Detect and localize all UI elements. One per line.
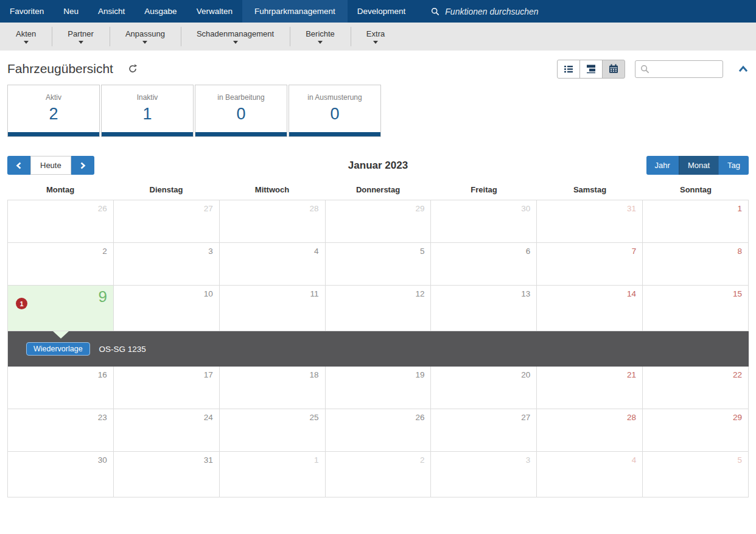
calendar-day[interactable]: 1: [220, 452, 326, 497]
calendar-day[interactable]: 8: [643, 243, 749, 286]
calendar-day[interactable]: 23: [8, 409, 114, 452]
today-button[interactable]: Heute: [30, 156, 71, 175]
calendar-day[interactable]: 27: [431, 409, 537, 452]
menu-item-extra[interactable]: Extra: [351, 23, 401, 51]
calendar-day[interactable]: 30: [431, 200, 537, 243]
top-nav-item-ausgabe[interactable]: Ausgabe: [135, 0, 186, 23]
weekday-header: MontagDienstagMittwochDonnerstagFreitagS…: [7, 182, 749, 200]
day-number: 30: [98, 455, 107, 465]
weekday-label-freitag: Freitag: [431, 185, 537, 194]
calendar-day[interactable]: 28: [220, 200, 326, 243]
calendar-day[interactable]: 1: [643, 200, 749, 243]
calendar-day[interactable]: 30: [8, 452, 114, 497]
day-number: 6: [526, 247, 531, 256]
event-vehicle-plate[interactable]: OS-SG 1235: [99, 345, 146, 354]
calendar-day[interactable]: 26: [8, 200, 114, 243]
top-nav-item-development[interactable]: Development: [348, 0, 416, 23]
calendar-day[interactable]: 3: [114, 243, 220, 286]
calendar-day[interactable]: 7: [537, 243, 643, 286]
status-card-inaktiv[interactable]: Inaktiv1: [101, 85, 194, 137]
calendar-day[interactable]: 29: [326, 200, 432, 243]
filter-search-input[interactable]: [653, 65, 718, 74]
function-search-input[interactable]: [445, 7, 628, 16]
calendar-day[interactable]: 16: [8, 367, 114, 409]
day-number: 26: [98, 204, 107, 213]
collapse-panel-icon[interactable]: [738, 65, 749, 73]
calendar-day[interactable]: 6: [431, 243, 537, 286]
day-number: 27: [204, 204, 213, 213]
refresh-icon[interactable]: [128, 64, 138, 74]
top-nav-item-verwalten[interactable]: Verwalten: [187, 0, 242, 23]
calendar-day[interactable]: 17: [114, 367, 220, 409]
calendar-day[interactable]: 5: [326, 243, 432, 286]
menu-item-akten[interactable]: Akten: [0, 23, 52, 51]
calendar-week-row: 2345678: [8, 243, 749, 286]
calendar-view-tag[interactable]: Tag: [718, 156, 749, 175]
calendar-day[interactable]: 18: [220, 367, 326, 409]
menu-item-partner[interactable]: Partner: [52, 23, 110, 51]
menu-item-label: Berichte: [306, 29, 335, 38]
calendar-day[interactable]: 27: [114, 200, 220, 243]
calendar-day[interactable]: 31: [114, 452, 220, 497]
calendar-day[interactable]: 2: [8, 243, 114, 286]
top-nav-item-neu[interactable]: Neu: [54, 0, 88, 23]
calendar-view-jahr[interactable]: Jahr: [646, 156, 679, 175]
menu-item-berichte[interactable]: Berichte: [290, 23, 351, 51]
weekday-label-montag: Montag: [7, 185, 113, 194]
calendar-day[interactable]: 21: [537, 367, 643, 409]
calendar-day[interactable]: 26: [326, 409, 432, 452]
calendar-week-row: 303112345: [8, 452, 749, 497]
calendar-day[interactable]: 29: [643, 409, 749, 452]
top-nav-item-fuhrparkmanagement[interactable]: Fuhrparkmanagement: [242, 0, 348, 23]
top-nav-item-favoriten[interactable]: Favoriten: [0, 0, 54, 23]
previous-month-button[interactable]: [7, 156, 30, 175]
calendar-day[interactable]: 4: [220, 243, 326, 286]
calendar-day[interactable]: 12: [326, 286, 432, 331]
top-nav: FavoritenNeuAnsichtAusgabeVerwaltenFuhrp…: [0, 0, 756, 23]
status-card-in-bearbeitung[interactable]: in Bearbeitung0: [195, 85, 287, 137]
calendar-day[interactable]: 2: [326, 452, 432, 497]
weekday-label-mittwoch: Mittwoch: [219, 185, 325, 194]
calendar-day[interactable]: 3: [431, 452, 537, 497]
menu-item-anpassung[interactable]: Anpassung: [110, 23, 181, 51]
calendar-day[interactable]: 14: [537, 286, 643, 331]
event-count-badge[interactable]: 1: [16, 298, 27, 309]
calendar-day[interactable]: 15: [643, 286, 749, 331]
status-cards: Aktiv2Inaktiv1in Bearbeitung0in Ausmuste…: [7, 85, 749, 137]
status-card-label: in Ausmusterung: [289, 93, 380, 102]
page-title: Fahrzeugübersicht: [7, 61, 113, 76]
calendar-view-monat[interactable]: Monat: [679, 156, 718, 175]
menu-item-schadenmanagement[interactable]: Schadenmanagement: [181, 23, 290, 51]
top-nav-item-ansicht[interactable]: Ansicht: [88, 0, 135, 23]
calendar-day-selected[interactable]: 91: [8, 286, 114, 331]
calendar-day[interactable]: 28: [537, 409, 643, 452]
calendar-day[interactable]: 25: [220, 409, 326, 452]
day-number: 22: [733, 370, 742, 379]
day-number: 14: [627, 289, 636, 298]
filter-search-box[interactable]: [635, 60, 723, 78]
calendar-day[interactable]: 24: [114, 409, 220, 452]
event-type-badge[interactable]: Wiedervorlage: [26, 342, 90, 356]
calendar-day[interactable]: 20: [431, 367, 537, 409]
calendar-view-icon[interactable]: [602, 60, 625, 79]
day-number: 24: [204, 413, 213, 422]
calendar-day[interactable]: 4: [537, 452, 643, 497]
calendar-day[interactable]: 10: [114, 286, 220, 331]
detail-view-icon[interactable]: [579, 60, 603, 79]
calendar-day[interactable]: 31: [537, 200, 643, 243]
calendar-day[interactable]: 5: [643, 452, 749, 497]
view-toggle-group: [557, 60, 625, 79]
status-card-aktiv[interactable]: Aktiv2: [7, 85, 100, 137]
day-number: 27: [521, 413, 530, 422]
next-month-button[interactable]: [71, 156, 94, 175]
calendar-day[interactable]: 13: [431, 286, 537, 331]
top-nav-search[interactable]: [431, 0, 628, 23]
list-view-icon[interactable]: [557, 60, 580, 79]
calendar-day[interactable]: 22: [643, 367, 749, 409]
status-card-accent-bar: [8, 132, 99, 136]
calendar-day[interactable]: 19: [326, 367, 432, 409]
day-number: 3: [208, 247, 213, 256]
status-card-in-ausmusterung[interactable]: in Ausmusterung0: [289, 85, 381, 137]
calendar-day[interactable]: 11: [220, 286, 326, 331]
day-number: 7: [632, 247, 637, 256]
